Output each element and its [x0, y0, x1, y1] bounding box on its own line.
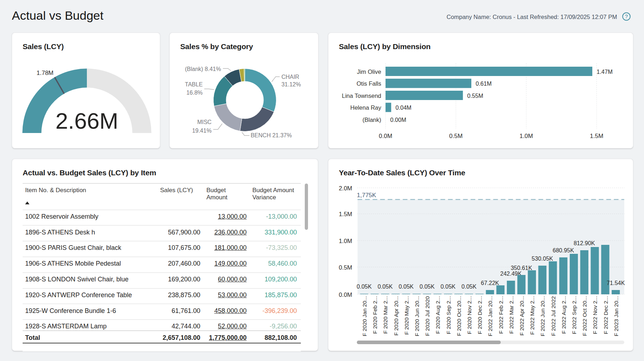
svg-text:0.05K: 0.05K	[398, 284, 414, 290]
svg-text:F 2020 Jul 2020: F 2020 Jul 2020	[424, 296, 430, 336]
svg-text:F 2022 Oct 20...: F 2022 Oct 20...	[582, 296, 588, 336]
svg-text:Jim Olive: Jim Olive	[357, 68, 381, 75]
svg-text:Lina Townsend: Lina Townsend	[342, 92, 381, 99]
svg-text:31.12%: 31.12%	[281, 81, 301, 87]
svg-text:F 2020 Jan 20...: F 2020 Jan 20...	[361, 296, 368, 336]
svg-text:F 2020 Nov 2...: F 2020 Nov 2...	[466, 296, 472, 334]
svg-text:(Blank): (Blank)	[363, 117, 381, 123]
svg-text:16.8%: 16.8%	[186, 90, 202, 96]
svg-text:F 2022 Feb 2...: F 2022 Feb 2...	[498, 296, 504, 334]
svg-text:0.61M: 0.61M	[476, 81, 491, 87]
svg-text:F 2020 Mar 2...: F 2020 Mar 2...	[382, 296, 388, 334]
svg-text:0.05K: 0.05K	[378, 284, 393, 290]
svg-text:CHAIR: CHAIR	[281, 74, 299, 80]
svg-text:Otis Falls: Otis Falls	[356, 80, 381, 87]
svg-text:1,775K: 1,775K	[357, 192, 377, 199]
svg-text:67.22K: 67.22K	[481, 280, 499, 286]
svg-text:1.5M: 1.5M	[590, 133, 603, 139]
svg-text:1.0M: 1.0M	[339, 238, 352, 244]
svg-text:F 2020 Jun 20...: F 2020 Jun 20...	[414, 296, 420, 336]
svg-text:0.0M: 0.0M	[379, 133, 392, 139]
svg-text:BENCH 21.37%: BENCH 21.37%	[251, 132, 292, 138]
svg-text:?: ?	[625, 13, 628, 19]
svg-text:350.61K: 350.61K	[511, 265, 532, 271]
svg-text:F 2020 Aug 2...: F 2020 Aug 2...	[435, 296, 441, 334]
svg-text:F 2022 May 2...: F 2022 May 2...	[529, 296, 535, 335]
svg-text:F 2022 Apr 20...: F 2022 Apr 20...	[519, 296, 525, 336]
svg-text:F 2022 Sep 2...: F 2022 Sep 2...	[571, 296, 577, 334]
svg-text:71.54K: 71.54K	[607, 280, 625, 286]
svg-text:F 2022 Jul 2022: F 2022 Jul 2022	[550, 296, 556, 336]
svg-text:2.0M: 2.0M	[339, 185, 352, 192]
svg-text:0.5M: 0.5M	[449, 133, 462, 139]
svg-text:TABLE: TABLE	[185, 81, 203, 87]
svg-text:F 2020 Feb 2...: F 2020 Feb 2...	[372, 296, 378, 334]
svg-text:F 2020 Apr 20...: F 2020 Apr 20...	[393, 296, 399, 336]
svg-text:0.0M: 0.0M	[339, 291, 352, 298]
svg-text:530.05K: 530.05K	[532, 256, 553, 262]
svg-text:0.55M: 0.55M	[467, 93, 483, 99]
svg-text:1.78M: 1.78M	[37, 70, 53, 76]
svg-text:680.95K: 680.95K	[552, 247, 574, 253]
svg-text:0.05K: 0.05K	[357, 284, 372, 290]
svg-text:F 2020 Dec 2...: F 2020 Dec 2...	[477, 296, 483, 334]
svg-text:1.47M: 1.47M	[597, 69, 612, 75]
svg-text:0.05K: 0.05K	[462, 284, 477, 290]
svg-text:(Blank) 8.41%: (Blank) 8.41%	[185, 66, 221, 72]
svg-text:0.05K: 0.05K	[420, 284, 435, 290]
svg-text:F 2022 Jan 20...: F 2022 Jan 20...	[487, 296, 493, 336]
svg-text:F 2022 Nov 2...: F 2022 Nov 2...	[592, 296, 598, 334]
svg-text:0.04M: 0.04M	[396, 105, 411, 111]
svg-text:1.0M: 1.0M	[519, 133, 533, 139]
svg-text:F 2020 Oct 20...: F 2020 Oct 20...	[456, 296, 462, 336]
svg-text:0.00M: 0.00M	[390, 117, 406, 123]
svg-text:MISC: MISC	[197, 119, 211, 125]
svg-text:F 2020 May 2...: F 2020 May 2...	[403, 296, 410, 335]
svg-text:812.90K: 812.90K	[574, 240, 595, 246]
svg-text:F 2022 Mar 2...: F 2022 Mar 2...	[508, 296, 514, 334]
svg-text:F 2022 Aug 2...: F 2022 Aug 2...	[561, 296, 567, 334]
svg-text:0.5M: 0.5M	[339, 264, 352, 271]
svg-text:2.66M: 2.66M	[55, 108, 118, 133]
svg-text:F 2023 Jan 20...: F 2023 Jan 20...	[613, 296, 619, 336]
svg-text:F 2022 Jun 20...: F 2022 Jun 20...	[540, 296, 546, 336]
svg-text:0.05K: 0.05K	[440, 284, 456, 290]
svg-text:Helena Ray: Helena Ray	[350, 104, 382, 111]
svg-text:F 2020 Sep 2...: F 2020 Sep 2...	[445, 296, 452, 334]
svg-text:19.41%: 19.41%	[192, 128, 211, 134]
svg-text:F 2022 Dec 2...: F 2022 Dec 2...	[603, 296, 609, 334]
svg-text:1.5M: 1.5M	[339, 211, 352, 218]
